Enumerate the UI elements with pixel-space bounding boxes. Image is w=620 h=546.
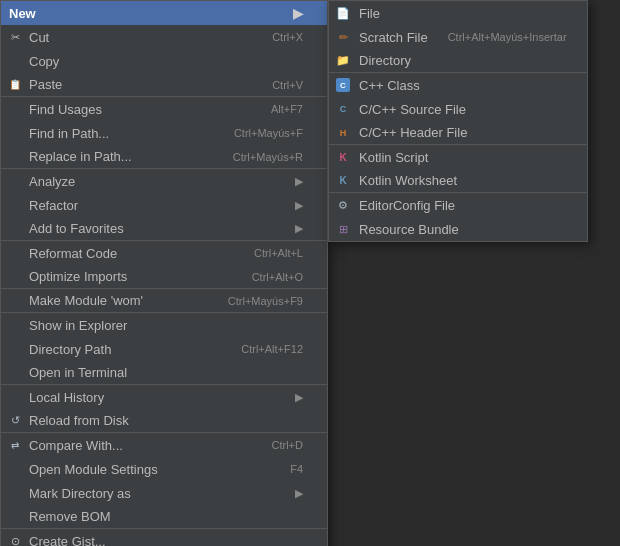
menu-item-optimize-imports[interactable]: Optimize Imports Ctrl+Alt+O	[1, 265, 327, 289]
local-history-label: Local History	[29, 390, 104, 405]
replace-in-path-shortcut: Ctrl+Mayús+R	[213, 151, 303, 163]
scratch-file-icon: ✏	[335, 29, 351, 45]
submenu-editorconfig-label: EditorConfig File	[359, 198, 455, 213]
optimize-imports-label: Optimize Imports	[29, 269, 127, 284]
menu-item-cut[interactable]: ✂ Cut Ctrl+X	[1, 25, 327, 49]
submenu-item-directory[interactable]: 📁 Directory	[329, 49, 587, 73]
mark-directory-arrow: ▶	[295, 487, 303, 500]
menu-item-open-module-settings[interactable]: Open Module Settings F4	[1, 457, 327, 481]
menu-item-local-history[interactable]: Local History ▶	[1, 385, 327, 409]
mark-directory-as-label: Mark Directory as	[29, 486, 131, 501]
create-gist-label: Create Gist...	[29, 534, 106, 547]
find-in-path-label: Find in Path...	[29, 126, 109, 141]
menu-item-reformat-code[interactable]: Reformat Code Ctrl+Alt+L	[1, 241, 327, 265]
cpp-header-icon: H	[335, 125, 351, 141]
kotlin-script-icon: K	[335, 149, 351, 165]
reformat-code-shortcut: Ctrl+Alt+L	[234, 247, 303, 259]
submenu-kotlin-worksheet-label: Kotlin Worksheet	[359, 173, 457, 188]
directory-icon: 📁	[335, 53, 351, 69]
menu-item-directory-path[interactable]: Directory Path Ctrl+Alt+F12	[1, 337, 327, 361]
submenu-item-kotlin-worksheet[interactable]: K Kotlin Worksheet	[329, 169, 587, 193]
reload-from-disk-label: Reload from Disk	[29, 413, 129, 428]
menu-item-paste[interactable]: 📋 Paste Ctrl+V	[1, 73, 327, 97]
show-in-explorer-label: Show in Explorer	[29, 318, 127, 333]
open-module-settings-label: Open Module Settings	[29, 462, 158, 477]
compare-with-label: Compare With...	[29, 438, 123, 453]
cut-label: Cut	[29, 30, 49, 45]
menu-item-make-module[interactable]: Make Module 'wom' Ctrl+Mayús+F9	[1, 289, 327, 313]
menu-item-new[interactable]: New ▶	[1, 1, 327, 25]
menu-item-open-in-terminal[interactable]: Open in Terminal	[1, 361, 327, 385]
optimize-imports-shortcut: Ctrl+Alt+O	[232, 271, 303, 283]
compare-with-shortcut: Ctrl+D	[252, 439, 303, 451]
menu-item-mark-directory-as[interactable]: Mark Directory as ▶	[1, 481, 327, 505]
cpp-source-icon: C	[335, 101, 351, 117]
find-usages-shortcut: Alt+F7	[251, 103, 303, 115]
remove-bom-label: Remove BOM	[29, 509, 111, 524]
menu-item-analyze[interactable]: Analyze ▶	[1, 169, 327, 193]
open-in-terminal-label: Open in Terminal	[29, 365, 127, 380]
submenu-file-label: File	[359, 6, 380, 21]
submenu-cpp-header-label: C/C++ Header File	[359, 125, 467, 140]
menu-item-add-to-favorites[interactable]: Add to Favorites ▶	[1, 217, 327, 241]
paste-label: Paste	[29, 77, 62, 92]
find-usages-label: Find Usages	[29, 102, 102, 117]
add-to-favorites-arrow: ▶	[295, 222, 303, 235]
directory-path-shortcut: Ctrl+Alt+F12	[221, 343, 303, 355]
submenu-cpp-class-label: C++ Class	[359, 78, 420, 93]
compare-icon: ⇄	[7, 437, 23, 453]
reload-icon: ↺	[7, 413, 23, 429]
submenu-item-cpp-header[interactable]: H C/C++ Header File	[329, 121, 587, 145]
menu-item-find-usages[interactable]: Find Usages Alt+F7	[1, 97, 327, 121]
submenu-item-resource-bundle[interactable]: ⊞ Resource Bundle	[329, 217, 587, 241]
copy-label: Copy	[29, 54, 59, 69]
find-in-path-shortcut: Ctrl+Mayús+F	[214, 127, 303, 139]
menu-item-replace-in-path[interactable]: Replace in Path... Ctrl+Mayús+R	[1, 145, 327, 169]
paste-icon: 📋	[7, 77, 23, 93]
editorconfig-icon: ⚙	[335, 197, 351, 213]
context-menu: New ▶ ✂ Cut Ctrl+X Copy 📋 Paste Ctrl+V F…	[0, 0, 328, 546]
menu-item-refactor[interactable]: Refactor ▶	[1, 193, 327, 217]
submenu-item-editorconfig[interactable]: ⚙ EditorConfig File	[329, 193, 587, 217]
make-module-label: Make Module 'wom'	[29, 293, 143, 308]
open-module-settings-shortcut: F4	[270, 463, 303, 475]
analyze-label: Analyze	[29, 174, 75, 189]
submenu-item-cpp-source[interactable]: C C/C++ Source File	[329, 97, 587, 121]
menu-item-find-in-path[interactable]: Find in Path... Ctrl+Mayús+F	[1, 121, 327, 145]
paste-shortcut: Ctrl+V	[252, 79, 303, 91]
github-icon: ⊙	[7, 533, 23, 546]
refactor-arrow: ▶	[295, 199, 303, 212]
submenu-item-scratch-file[interactable]: ✏ Scratch File Ctrl+Alt+Mayús+Insertar	[329, 25, 587, 49]
submenu-item-kotlin-script[interactable]: K Kotlin Script	[329, 145, 587, 169]
menu-item-create-gist[interactable]: ⊙ Create Gist...	[1, 529, 327, 546]
menu-item-reload-from-disk[interactable]: ↺ Reload from Disk	[1, 409, 327, 433]
cpp-class-icon: C	[335, 77, 351, 93]
directory-path-label: Directory Path	[29, 342, 111, 357]
new-label: New	[9, 6, 36, 21]
submenu-cpp-source-label: C/C++ Source File	[359, 102, 466, 117]
resource-bundle-icon: ⊞	[335, 221, 351, 237]
submenu-directory-label: Directory	[359, 53, 411, 68]
new-submenu: 📄 File ✏ Scratch File Ctrl+Alt+Mayús+Ins…	[328, 0, 588, 242]
menu-item-show-in-explorer[interactable]: Show in Explorer	[1, 313, 327, 337]
submenu-item-file[interactable]: 📄 File	[329, 1, 587, 25]
submenu-scratch-file-shortcut: Ctrl+Alt+Mayús+Insertar	[428, 31, 567, 43]
analyze-arrow: ▶	[295, 175, 303, 188]
add-to-favorites-label: Add to Favorites	[29, 221, 124, 236]
kotlin-worksheet-icon: K	[335, 173, 351, 189]
menu-item-copy[interactable]: Copy	[1, 49, 327, 73]
replace-in-path-label: Replace in Path...	[29, 149, 132, 164]
submenu-item-cpp-class[interactable]: C C++ Class	[329, 73, 587, 97]
local-history-arrow: ▶	[295, 391, 303, 404]
new-arrow: ▶	[293, 6, 303, 21]
submenu-scratch-file-label: Scratch File	[359, 30, 428, 45]
refactor-label: Refactor	[29, 198, 78, 213]
make-module-shortcut: Ctrl+Mayús+F9	[208, 295, 303, 307]
submenu-kotlin-script-label: Kotlin Script	[359, 150, 428, 165]
menu-item-remove-bom[interactable]: Remove BOM	[1, 505, 327, 529]
cut-icon: ✂	[7, 29, 23, 45]
cut-shortcut: Ctrl+X	[252, 31, 303, 43]
menu-item-compare-with[interactable]: ⇄ Compare With... Ctrl+D	[1, 433, 327, 457]
reformat-code-label: Reformat Code	[29, 246, 117, 261]
file-icon: 📄	[335, 5, 351, 21]
